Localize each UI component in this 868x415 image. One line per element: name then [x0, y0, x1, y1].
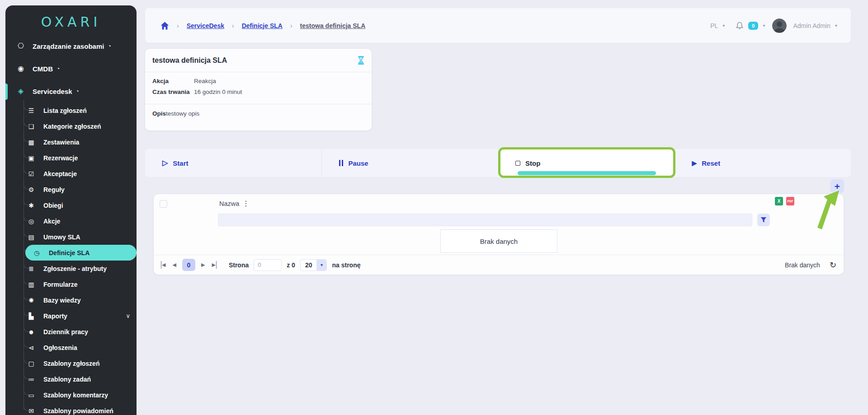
notification-badge[interactable]: 0: [748, 22, 758, 30]
user-name: Admin Admin: [793, 22, 830, 29]
reports-icon: ▙: [26, 313, 36, 319]
sidebar-item-szablony-powiadomien[interactable]: ✉ Szablony powiadomień: [5, 403, 137, 415]
sla-card-header: testowa definicja SLA: [145, 49, 372, 72]
rules-icon: ⚙: [26, 187, 36, 193]
notification-template-icon: ✉: [26, 408, 36, 414]
gauge-icon: ◔: [57, 65, 60, 72]
sidebar: OXARI ⎔ Zarządzanie zasobami ◔ ◉ CMDB ◔ …: [5, 5, 137, 415]
template-icon: ▢: [26, 360, 36, 367]
hourglass-icon: [358, 56, 364, 65]
field-czas-trwania: Czas trwania 16 godzin 0 minut: [152, 89, 364, 95]
sidebar-nav: ⎔ Zarządzanie zasobami ◔ ◉ CMDB ◔ ◈ Serv…: [5, 35, 137, 415]
table-icon: ▦: [26, 139, 36, 145]
form-icon: ▥: [26, 281, 36, 288]
pause-icon: [339, 160, 340, 166]
cmdb-icon: ◉: [15, 65, 26, 72]
opis-value: testowy opis: [166, 110, 199, 117]
checklist-icon: ☑: [26, 171, 36, 177]
bell-icon[interactable]: [736, 22, 744, 30]
annotation-underline: [518, 171, 656, 175]
comment-template-icon: ▭: [26, 392, 36, 398]
sla-card-title: testowa definicja SLA: [152, 56, 227, 65]
empty-state: Brak danych: [440, 229, 557, 253]
workflow-icon: ✱: [26, 202, 36, 209]
topbar-right: PL ▾ 0 ▾ Admin Admin ▾: [710, 19, 837, 33]
breadcrumb-separator: ›: [232, 22, 234, 29]
field-opis: Opistestowy opis: [145, 104, 372, 123]
caret-down-icon: ▾: [722, 23, 725, 28]
assets-icon: ⎔: [15, 42, 26, 50]
page-label: Strona: [229, 261, 249, 269]
page-count-label: z 0: [287, 261, 295, 269]
next-page-button[interactable]: ▶: [200, 261, 206, 269]
filter-button[interactable]: [757, 214, 770, 226]
chevron-down-icon: ∨: [126, 312, 130, 319]
funnel-icon: [760, 217, 767, 223]
table-header-row: Nazwa ⋮ X PDF: [154, 194, 844, 214]
breadcrumb: › ServiceDesk › Definicje SLA › testowa …: [160, 22, 365, 30]
attributes-icon: ≣: [26, 266, 36, 272]
caret-down-icon: ▾: [316, 260, 326, 270]
categories-icon: ❏: [26, 123, 36, 130]
select-all-checkbox[interactable]: [160, 200, 167, 208]
pagination-status: Brak danych: [785, 261, 820, 269]
worklog-icon: ☻: [26, 329, 36, 335]
avatar[interactable]: [772, 19, 787, 33]
breadcrumb-link-servicedesk[interactable]: ServiceDesk: [187, 22, 224, 29]
home-icon[interactable]: [160, 22, 169, 30]
calendar-icon: ▣: [26, 155, 36, 161]
column-header-nazwa: Nazwa: [219, 200, 239, 207]
list-icon: ☰: [26, 107, 36, 114]
announcement-icon: ⊲: [26, 345, 36, 351]
topbar: › ServiceDesk › Definicje SLA › testowa …: [145, 8, 851, 43]
servicedesk-icon: ◈: [15, 88, 26, 95]
export-pdf-icon[interactable]: PDF: [786, 197, 794, 205]
filter-input[interactable]: [218, 214, 752, 226]
sla-history-table: Nazwa ⋮ X PDF Brak danych ◀ ◀ 0 ▶ ▶ Stro…: [154, 194, 844, 275]
sla-action-bar: ▷ Start Pause Stop ▶ Reset: [145, 149, 851, 177]
knowledge-icon: ✺: [26, 297, 36, 303]
gauge-icon: ◔: [108, 43, 111, 49]
first-page-button[interactable]: ◀: [161, 261, 166, 269]
pause-button[interactable]: Pause: [322, 149, 499, 177]
start-button[interactable]: ▷ Start: [145, 149, 322, 177]
caret-down-icon[interactable]: ▾: [835, 23, 837, 28]
refresh-icon[interactable]: ↻: [830, 260, 836, 270]
breadcrumb-current: testowa definicja SLA: [300, 22, 366, 29]
sla-definition-card: testowa definicja SLA Akcja Reakcja Czas…: [145, 49, 372, 131]
caret-down-icon: ▾: [763, 23, 765, 28]
breadcrumb-separator: ›: [177, 22, 179, 29]
per-page-label: na stronę: [332, 261, 360, 269]
breadcrumb-separator: ›: [290, 22, 292, 29]
export-excel-icon[interactable]: X: [775, 197, 783, 205]
stop-icon: [515, 161, 520, 166]
app-logo: OXARI: [5, 5, 137, 35]
sidebar-item-cmdb[interactable]: ◉ CMDB ◔: [5, 57, 137, 80]
page-number-input[interactable]: [254, 259, 282, 271]
current-page-button[interactable]: 0: [182, 259, 195, 271]
gauge-icon: ◔: [76, 88, 79, 94]
stopwatch-icon: ◷: [32, 250, 42, 256]
breadcrumb-link-definicje-sla[interactable]: Definicje SLA: [242, 22, 283, 29]
last-page-button[interactable]: ▶: [211, 261, 216, 269]
page-size-select[interactable]: 20 ▾: [300, 259, 327, 271]
prev-page-button[interactable]: ◀: [171, 261, 177, 269]
add-button[interactable]: +: [830, 179, 844, 193]
pagination-bar: ◀ ◀ 0 ▶ ▶ Strona z 0 20 ▾ na stronę Brak…: [154, 255, 844, 275]
sidebar-item-servicedesk[interactable]: ◈ Servicedesk ◔: [5, 80, 137, 103]
play-filled-icon: ▶: [692, 160, 697, 166]
sidebar-item-zarzadzanie-zasobami[interactable]: ⎔ Zarządzanie zasobami ◔: [5, 35, 137, 57]
opis-label: Opis: [152, 110, 166, 117]
task-template-icon: ≔: [26, 376, 36, 382]
column-menu-icon[interactable]: ⋮: [242, 199, 250, 208]
reset-button[interactable]: ▶ Reset: [675, 149, 851, 177]
sla-card-fields: Akcja Reakcja Czas trwania 16 godzin 0 m…: [145, 72, 372, 104]
document-icon: ▤: [26, 234, 36, 240]
language-selector[interactable]: PL: [710, 22, 718, 29]
target-icon: ◎: [26, 218, 36, 224]
play-outline-icon: ▷: [162, 159, 168, 167]
field-akcja: Akcja Reakcja: [152, 78, 364, 84]
